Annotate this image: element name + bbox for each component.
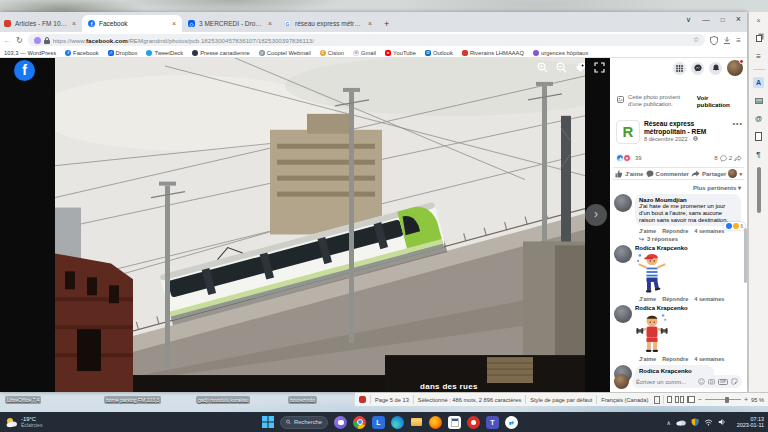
taskbar-icon-explorer[interactable] — [410, 416, 423, 429]
weightlifter-sticker[interactable] — [635, 311, 669, 353]
comment-like-link[interactable]: J'aime — [639, 296, 656, 302]
weather-widget[interactable]: -19°CÉclaircies — [5, 416, 42, 429]
apps-menu-button[interactable] — [673, 62, 686, 75]
status-page[interactable]: Page 5 de 13 — [375, 397, 409, 403]
styles-tab-icon[interactable]: A — [753, 77, 764, 88]
comment-reactions-pill[interactable]: 6 — [724, 222, 745, 230]
privacy-shield-icon[interactable] — [710, 36, 718, 45]
browser-menu-icon[interactable]: ≡ — [736, 36, 741, 45]
tab-close-icon[interactable]: × — [172, 20, 176, 27]
bookmark-item[interactable]: OOutlook — [425, 50, 453, 56]
taskbar-icon-teamviewer[interactable]: ⇄ — [505, 416, 518, 429]
like-button[interactable]: J'aime — [615, 170, 643, 178]
status-word-count[interactable]: Sélectionné : 486 mots, 2 896 caractères — [418, 397, 521, 403]
fullscreen-icon[interactable] — [594, 62, 605, 73]
zoom-slider-thumb[interactable] — [725, 397, 729, 403]
taskbar-clock[interactable]: 07:13 2023-01-11 — [737, 416, 764, 429]
start-button[interactable] — [262, 416, 274, 428]
commenter-avatar[interactable] — [614, 305, 632, 323]
comment-as-avatar[interactable]: ▾ — [728, 169, 742, 178]
taskbar-icon-l-app[interactable]: L — [372, 416, 385, 429]
comment-input-pill[interactable]: GIF — [632, 375, 742, 388]
bookmark-star-icon[interactable]: ☆ — [693, 36, 699, 44]
page-tab-icon[interactable] — [753, 131, 764, 142]
share-button[interactable]: Partager — [691, 170, 726, 178]
status-page-style[interactable]: Style de page par défaut — [530, 397, 592, 403]
copy-icon[interactable] — [753, 33, 764, 44]
profile-avatar[interactable] — [727, 60, 743, 76]
sticker-icon[interactable] — [731, 378, 738, 385]
bookmark-item[interactable]: @Cooptel Webmail — [259, 50, 311, 56]
address-bar[interactable]: https://www.facebook.com/REMgrandmtl/pho… — [28, 34, 706, 46]
page-name-link[interactable]: Réseau express métropolitain - REM — [644, 120, 706, 135]
tab-wordpress[interactable]: Articles - FM 103,3 — WordPress × — [0, 15, 82, 32]
taskbar-icon-firefox[interactable] — [429, 416, 442, 429]
download-icon[interactable] — [723, 36, 731, 45]
rem-page-logo[interactable]: R — [616, 120, 640, 144]
wifi-icon[interactable] — [704, 419, 713, 426]
bookmark-item[interactable]: urgences hôpitaux — [533, 50, 588, 56]
new-tab-button[interactable]: + — [378, 15, 394, 32]
gif-icon[interactable]: GIF — [718, 379, 728, 385]
single-page-view-icon[interactable] — [667, 396, 672, 403]
unsaved-changes-icon[interactable] — [359, 396, 366, 403]
dancing-character-sticker[interactable] — [635, 251, 669, 293]
security-shield-icon[interactable] — [691, 418, 699, 426]
status-language[interactable]: Français (Canada) — [601, 397, 648, 403]
bookmark-item[interactable]: CCision — [320, 50, 344, 56]
tab-dropbox[interactable]: ◇ 3 MERCREDI - Dropbox × — [182, 15, 278, 32]
close-button[interactable]: × — [736, 14, 741, 24]
notifications-button[interactable] — [709, 62, 722, 75]
volume-icon[interactable] — [718, 418, 726, 426]
commenter-avatar[interactable] — [614, 194, 632, 212]
desktop-icon-bourezindo[interactable]: bourezindo — [288, 396, 317, 404]
bookmark-item[interactable]: fFacebook — [65, 50, 98, 56]
comment-sort-dropdown[interactable]: Plus pertinents ▾ — [693, 184, 741, 191]
comment-button[interactable]: Commenter — [646, 170, 689, 178]
bookmark-item[interactable]: TweetDeck — [146, 50, 183, 56]
panel-scrollbar[interactable] — [744, 228, 747, 283]
tab-close-icon[interactable]: × — [268, 20, 272, 27]
comment-reply-link[interactable]: Répondre — [662, 228, 688, 234]
close-icon[interactable]: × — [753, 15, 764, 26]
maximize-button[interactable]: □ — [721, 16, 725, 23]
desktop-icon-libreoffice[interactable]: LibreOffice 7.4 — [5, 396, 41, 404]
taskbar-icon-chrome[interactable] — [353, 416, 366, 429]
post-options-icon[interactable]: ••• — [733, 120, 743, 144]
camera-icon[interactable] — [708, 378, 715, 385]
tag-icon[interactable] — [575, 62, 586, 73]
bookmark-item[interactable]: 103,3 — WordPress — [4, 50, 56, 56]
zoom-in-icon[interactable] — [537, 62, 548, 73]
comment-like-link[interactable]: J'aime — [639, 228, 656, 234]
tab-search-chevron-icon[interactable]: ∨ — [686, 15, 692, 24]
onedrive-icon[interactable] — [676, 419, 686, 426]
comment-reply-link[interactable]: Répondre — [662, 356, 688, 362]
minimize-button[interactable]: — — [702, 15, 710, 24]
extension-badge-icon[interactable] — [34, 37, 41, 44]
bookmark-item[interactable]: Presse canadienne — [192, 50, 250, 56]
reload-icon[interactable]: ↻ — [16, 36, 23, 45]
taskbar-icon-red-app[interactable] — [467, 416, 480, 429]
bookmark-item[interactable]: Riverains LHMAAAQ — [462, 50, 524, 56]
commenter-avatar[interactable] — [614, 245, 632, 263]
selection-mode-icon[interactable] — [654, 396, 660, 404]
facebook-logo[interactable]: f — [14, 60, 35, 81]
love-reaction-icon[interactable]: ♥ — [623, 154, 631, 162]
comment-reply-link[interactable]: Répondre — [662, 296, 688, 302]
comment-input[interactable] — [636, 379, 695, 385]
share-count[interactable]: 2 — [729, 155, 732, 161]
zoom-in-button[interactable]: + — [744, 396, 748, 403]
emoji-icon[interactable] — [698, 378, 705, 385]
tab-google-search[interactable]: G réseau express métropolitain - × — [278, 15, 378, 32]
messenger-button[interactable] — [691, 62, 704, 75]
zoom-level[interactable]: 95 % — [751, 397, 764, 403]
bookmark-item[interactable]: ◇Dropbox — [108, 50, 138, 56]
taskbar-icon-chat[interactable] — [334, 416, 347, 429]
taskbar-search[interactable]: Recherche — [280, 416, 328, 429]
comment-time[interactable]: 4 semaines — [694, 356, 724, 362]
tab-close-icon[interactable]: × — [72, 20, 76, 27]
zoom-out-button[interactable]: − — [698, 396, 702, 403]
next-photo-button[interactable]: › — [585, 204, 607, 226]
comment-like-link[interactable]: J'aime — [639, 356, 656, 362]
comment-count[interactable]: 8 — [714, 155, 717, 161]
